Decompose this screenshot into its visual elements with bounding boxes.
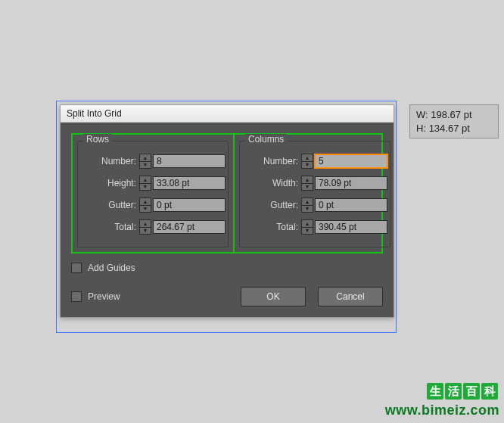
columns-legend: Columns — [245, 134, 287, 145]
info-h-label: H: — [416, 123, 426, 134]
ok-button[interactable]: OK — [241, 287, 306, 306]
add-guides-checkbox[interactable] — [71, 263, 82, 273]
columns-gutter-stepper[interactable]: ▲ ▼ — [301, 198, 313, 213]
rows-total-stepper[interactable]: ▲ ▼ — [139, 219, 151, 235]
preview-checkbox[interactable] — [71, 291, 82, 302]
columns-number-stepper[interactable]: ▲ ▼ — [301, 154, 313, 169]
watermark-url: www.bimeiz.com — [385, 403, 499, 418]
watermark-logo: 生 活 百 科 — [425, 381, 499, 401]
stepper-up-icon[interactable]: ▲ — [140, 176, 151, 183]
dialog-body: Rows Number: ▲ ▼ 8 Height: ▲ ▼ 33.08 pt — [61, 123, 394, 317]
columns-gutter-row: Gutter: ▲ ▼ 0 pt — [242, 198, 387, 213]
info-w-row: W: 198.67 pt — [416, 108, 492, 122]
rows-height-field[interactable]: 33.08 pt — [153, 176, 226, 190]
rows-total-row: Total: ▲ ▼ 264.67 pt — [80, 219, 226, 235]
button-row: Preview OK Cancel — [71, 287, 383, 306]
stepper-up-icon[interactable]: ▲ — [140, 154, 151, 161]
columns-total-row: Total: ▲ ▼ 390.45 pt — [242, 219, 387, 235]
info-h-value: 134.67 pt — [429, 123, 470, 134]
watermark-char: 百 — [463, 383, 480, 400]
columns-width-label: Width: — [242, 178, 301, 188]
preview-label: Preview — [88, 291, 120, 302]
dialog-title: Split Into Grid — [67, 108, 122, 119]
cancel-button[interactable]: Cancel — [318, 287, 383, 306]
add-guides-label: Add Guides — [88, 263, 135, 273]
stepper-up-icon[interactable]: ▲ — [302, 176, 313, 183]
rows-number-field[interactable]: 8 — [153, 154, 226, 168]
rows-gutter-row: Gutter: ▲ ▼ 0 pt — [80, 198, 226, 213]
stepper-down-icon[interactable]: ▼ — [302, 205, 313, 213]
columns-number-row: Number: ▲ ▼ 5 — [242, 154, 387, 169]
stepper-down-icon[interactable]: ▼ — [302, 227, 313, 235]
rows-gutter-field[interactable]: 0 pt — [153, 198, 226, 212]
watermark-char: 科 — [481, 383, 498, 400]
stepper-down-icon[interactable]: ▼ — [140, 205, 151, 213]
rows-total-field[interactable]: 264.67 pt — [153, 220, 226, 234]
stepper-down-icon[interactable]: ▼ — [302, 183, 313, 191]
split-into-grid-dialog: Split Into Grid Rows Number: ▲ ▼ 8 Heigh… — [60, 104, 394, 318]
columns-total-field[interactable]: 390.45 pt — [315, 220, 387, 234]
rows-gutter-label: Gutter: — [80, 200, 139, 210]
rows-height-row: Height: ▲ ▼ 33.08 pt — [80, 176, 226, 191]
columns-panel: Columns Number: ▲ ▼ 5 Width: ▲ ▼ 78.09 — [233, 135, 395, 252]
info-w-value: 198.67 pt — [431, 109, 471, 120]
preview-row[interactable]: Preview — [71, 291, 120, 302]
dialog-titlebar[interactable]: Split Into Grid — [61, 105, 394, 123]
stepper-down-icon[interactable]: ▼ — [140, 227, 151, 235]
rows-gutter-stepper[interactable]: ▲ ▼ — [139, 198, 151, 213]
add-guides-row[interactable]: Add Guides — [71, 263, 383, 273]
columns-width-field[interactable]: 78.09 pt — [315, 176, 387, 190]
columns-total-label: Total: — [242, 222, 301, 232]
info-w-label: W: — [416, 109, 428, 120]
rows-number-label: Number: — [80, 156, 139, 166]
columns-number-field[interactable]: 5 — [315, 154, 387, 168]
highlight-box: Rows Number: ▲ ▼ 8 Height: ▲ ▼ 33.08 pt — [71, 133, 383, 253]
rows-panel: Rows Number: ▲ ▼ 8 Height: ▲ ▼ 33.08 pt — [73, 135, 233, 252]
rows-legend: Rows — [83, 134, 112, 145]
columns-gutter-label: Gutter: — [242, 200, 301, 210]
stepper-down-icon[interactable]: ▼ — [302, 161, 313, 169]
rows-number-stepper[interactable]: ▲ ▼ — [139, 154, 151, 169]
watermark-char: 活 — [445, 383, 462, 400]
stepper-up-icon[interactable]: ▲ — [302, 220, 313, 227]
stepper-up-icon[interactable]: ▲ — [302, 198, 313, 205]
info-h-row: H: 134.67 pt — [416, 122, 492, 135]
stepper-up-icon[interactable]: ▲ — [140, 220, 151, 227]
watermark: 生 活 百 科 www.bimeiz.com — [385, 381, 499, 418]
stepper-down-icon[interactable]: ▼ — [140, 183, 151, 191]
columns-width-stepper[interactable]: ▲ ▼ — [301, 176, 313, 191]
dimensions-info-box: W: 198.67 pt H: 134.67 pt — [409, 104, 499, 138]
columns-number-label: Number: — [242, 156, 301, 166]
stepper-up-icon[interactable]: ▲ — [302, 154, 313, 161]
columns-total-stepper[interactable]: ▲ ▼ — [301, 219, 313, 235]
rows-number-row: Number: ▲ ▼ 8 — [80, 154, 226, 169]
watermark-char: 生 — [427, 383, 443, 400]
stepper-down-icon[interactable]: ▼ — [140, 161, 151, 169]
stepper-up-icon[interactable]: ▲ — [140, 198, 151, 205]
rows-height-label: Height: — [80, 178, 139, 188]
columns-width-row: Width: ▲ ▼ 78.09 pt — [242, 176, 387, 191]
rows-total-label: Total: — [80, 222, 139, 232]
columns-gutter-field[interactable]: 0 pt — [315, 198, 387, 212]
rows-height-stepper[interactable]: ▲ ▼ — [139, 176, 151, 191]
